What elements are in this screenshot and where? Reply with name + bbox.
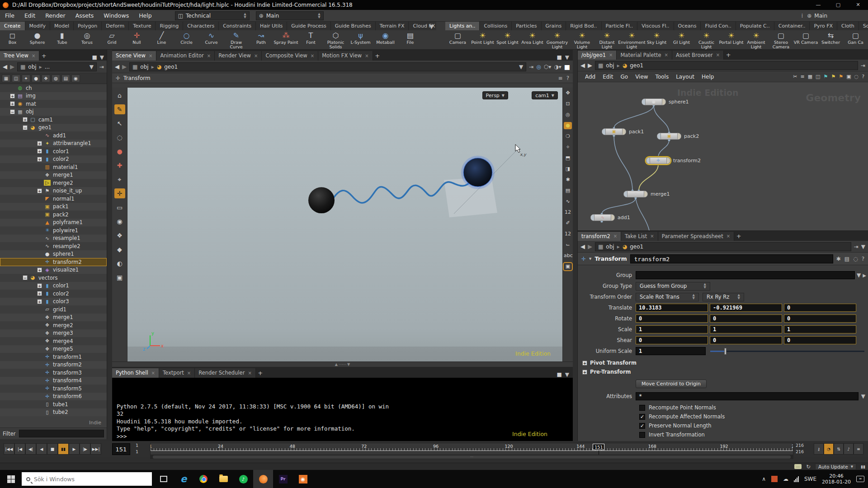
pane-menu-icon[interactable] [861, 244, 865, 250]
tree-row[interactable]: pack2 [0, 211, 107, 219]
pose-tool-icon[interactable]: ❖ [114, 230, 125, 240]
network-pane-tab[interactable]: Asset Browser [672, 51, 724, 60]
go-start-button[interactable]: |◀◀ [4, 443, 14, 455]
close-tab-icon[interactable] [665, 51, 668, 60]
axes-tool-icon[interactable]: ⌖ [114, 174, 125, 184]
minimize-button[interactable]: — [808, 0, 828, 10]
network-menu-item[interactable]: Go [617, 74, 632, 80]
audio-button[interactable]: ♪ [844, 443, 854, 455]
sphere-tool[interactable]: ● Sphere [25, 30, 50, 49]
pin-icon[interactable] [99, 64, 104, 70]
tree-row[interactable]: merge1 [0, 314, 107, 322]
tree-row[interactable]: transform3 [0, 369, 107, 377]
taskbar-search[interactable] [22, 472, 152, 486]
tree-row[interactable]: merge2 [0, 321, 107, 329]
tree-expand-toggle[interactable] [37, 347, 42, 352]
export-range-button[interactable]: ⇅ [834, 443, 844, 455]
tree-expand-toggle[interactable] [37, 370, 42, 375]
panes-icon[interactable]: ◫ [816, 74, 820, 80]
tree-expand-toggle[interactable] [37, 338, 42, 343]
spot-light-tool[interactable]: ☀ Spot Light [495, 30, 520, 49]
range-end-top[interactable]: 216 [796, 442, 811, 449]
python-console[interactable]: Python 2.7.5 (default, Nov 24 2017, 11:3… [112, 378, 573, 441]
close-tab-icon[interactable] [609, 51, 613, 60]
tree-expand-toggle[interactable] [37, 244, 42, 249]
null-tool[interactable]: ✛ Null [124, 30, 149, 49]
network-canvas[interactable]: Indie Edition Geometry sphere1 [578, 82, 868, 230]
grid-view-icon[interactable]: ▦ [808, 74, 812, 80]
tree-expand-toggle[interactable] [37, 283, 42, 288]
tree-expand-toggle[interactable] [37, 204, 42, 209]
tree-row[interactable]: geo1 [0, 124, 107, 132]
tree-expand-toggle[interactable] [37, 362, 42, 367]
language-indicator[interactable]: SWE [804, 476, 816, 482]
shelf-tab[interactable]: Grains [542, 22, 566, 30]
shading-menu-icon[interactable]: ◑▾ [554, 64, 561, 70]
tree-expand-toggle[interactable] [23, 275, 28, 280]
range-end-bottom[interactable]: 216 [796, 449, 811, 455]
prev-frame-button[interactable]: ◀| [25, 443, 36, 455]
geometry-menu-icon[interactable]: ⬡▾ [544, 64, 552, 70]
network-node-add1[interactable]: add1 [590, 214, 615, 221]
network-node-sphere1[interactable]: sphere1 [642, 99, 666, 105]
timeline-ruler[interactable]: 124487296120144168192216 151 [150, 443, 793, 455]
tree-row[interactable]: add1 [0, 131, 107, 140]
tree-expand-toggle[interactable] [10, 85, 15, 90]
keyframe-options-button[interactable]: ⚷ [814, 443, 824, 455]
environment-light-tool[interactable]: ☀ Environment Light [619, 30, 644, 49]
close-tab-icon[interactable] [613, 232, 617, 241]
tree-row[interactable]: mat [0, 100, 107, 108]
close-tab-icon[interactable] [151, 368, 155, 378]
tree-row[interactable]: img [0, 92, 107, 100]
rotate-order-select[interactable]: Rx Ry Rz ▲▼ [703, 293, 744, 301]
close-tab-icon[interactable] [650, 232, 654, 241]
transform-order-select[interactable]: Scale Rot Trans ▲▼ [636, 293, 699, 301]
attributes-menu-icon[interactable] [861, 393, 865, 399]
shelf-tab[interactable]: Viscous Fl.. [637, 22, 674, 30]
scene-pane-tab[interactable]: Motion FX View [318, 51, 373, 61]
thumbnail-icon[interactable]: ▣ [564, 263, 572, 270]
uv-tool-icon[interactable]: ◉ [114, 216, 125, 226]
tree-row[interactable]: ch [0, 84, 107, 92]
distant-light-tool[interactable]: ☀ Distant Light [594, 30, 619, 49]
slider-handle[interactable] [724, 348, 726, 355]
expand-icon[interactable] [582, 361, 587, 366]
font-tool[interactable]: T Font [298, 30, 323, 49]
shelf-tab[interactable]: Collisions [480, 22, 512, 30]
shelf-tab[interactable]: Cloth [837, 22, 859, 30]
shelf-tab[interactable]: Populate C.. [736, 22, 774, 30]
console-pane-tab[interactable]: Render Scheduler [195, 368, 256, 378]
presets-icon[interactable]: ▤ [844, 256, 849, 262]
play-button[interactable]: ▶ [69, 443, 80, 455]
close-tab-icon[interactable] [726, 232, 730, 241]
spotify-icon[interactable]: ♪ [233, 470, 253, 488]
playhead[interactable]: 151 [593, 444, 604, 450]
shelf-more-icon[interactable] [429, 23, 434, 30]
menu-item[interactable]: Assets [71, 10, 99, 22]
rotate-x-field[interactable]: 0 [636, 314, 708, 323]
gan-camera-tool[interactable]: ▢ Gan Ca [843, 30, 868, 49]
tree-expand-toggle[interactable] [37, 212, 42, 217]
scale-z-field[interactable]: 1 [784, 325, 856, 333]
network-menu-item[interactable]: Layout [672, 74, 698, 80]
expand-view-icon[interactable]: ✥ [564, 89, 572, 97]
tree-expand-toggle[interactable] [23, 125, 28, 130]
camera-view-icon[interactable]: ▣ [846, 74, 851, 80]
l-system-tool[interactable]: ψ L-System [348, 30, 373, 49]
shelf-tab[interactable]: Oceans [674, 22, 701, 30]
tree-row[interactable]: color2 [0, 155, 107, 164]
list-view-icon[interactable]: ≡ [800, 74, 804, 80]
next-frame-button[interactable]: |▶ [80, 443, 90, 455]
camera-select[interactable]: cam1 [532, 91, 558, 99]
console-pane-tab[interactable]: Textport [159, 368, 195, 378]
desktop-select[interactable]: ◫ Technical ▲▼ [175, 11, 250, 20]
checkbox[interactable] [639, 432, 645, 438]
task-view-button[interactable] [154, 470, 174, 488]
tree-row[interactable]: pack1 [0, 203, 107, 211]
normals-icon[interactable]: ⌙ [564, 241, 572, 249]
shelf-tab[interactable]: Polygon [74, 22, 102, 30]
refresh-icon[interactable] [806, 464, 811, 470]
tree-expand-toggle[interactable] [37, 141, 42, 146]
pin-icon[interactable] [854, 244, 859, 250]
display-light-icon[interactable]: ● [564, 122, 572, 129]
